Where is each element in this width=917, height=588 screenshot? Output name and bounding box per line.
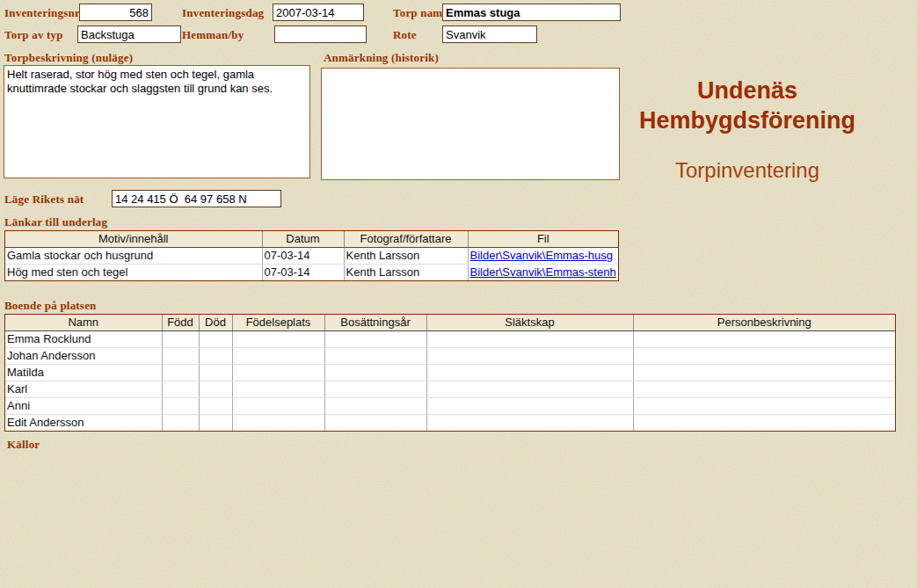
personbeskrivning-cell[interactable] bbox=[633, 381, 895, 398]
hemman-by-label: Hemman/by bbox=[182, 28, 244, 42]
residents-header-row: Namn Född Död Födelseplats Bosättningsår… bbox=[5, 315, 895, 331]
torpbeskrivning-label: Torpbeskrivning (nuläge) bbox=[4, 51, 133, 65]
fodd-cell[interactable] bbox=[162, 398, 199, 415]
inventeringsnr-label: Inventeringsnr bbox=[4, 6, 80, 20]
fotograf-cell[interactable]: Kenth Larsson bbox=[344, 248, 468, 265]
col-slaktskap: Släktskap bbox=[426, 315, 633, 331]
anmarkning-label: Anmärkning (historik) bbox=[324, 51, 439, 65]
fil-cell: Bilder\Svanvik\Emmas-stenh bbox=[468, 265, 618, 281]
slaktskap-cell[interactable] bbox=[426, 365, 633, 381]
fodd-cell[interactable] bbox=[162, 365, 199, 381]
links-col-fotograf: Fotograf/författare bbox=[344, 231, 468, 248]
fodelseplats-cell[interactable] bbox=[232, 398, 324, 415]
fodelseplats-cell[interactable] bbox=[232, 348, 324, 365]
links-col-motiv: Motiv/innehåll bbox=[5, 231, 262, 248]
links-col-datum: Datum bbox=[262, 231, 344, 248]
datum-cell[interactable]: 07-03-14 bbox=[262, 265, 344, 281]
personbeskrivning-cell[interactable] bbox=[633, 331, 895, 348]
namn-cell[interactable]: Johan Andersson bbox=[5, 348, 162, 365]
col-dod: Död bbox=[199, 315, 232, 331]
fodelseplats-cell[interactable] bbox=[232, 331, 324, 348]
fodelseplats-cell[interactable] bbox=[232, 415, 324, 432]
boende-heading: Boende på platsen bbox=[4, 299, 97, 313]
col-fodd: Född bbox=[162, 315, 199, 331]
dod-cell[interactable] bbox=[199, 381, 232, 398]
residents-table: Namn Född Död Födelseplats Bosättningsår… bbox=[4, 314, 896, 432]
motiv-cell[interactable]: Gamla stockar och husgrund bbox=[5, 248, 262, 265]
lage-rikets-nat-input[interactable] bbox=[112, 190, 281, 207]
lankar-heading: Länkar till underlag bbox=[4, 215, 107, 229]
torpinventering-form-window: Inventeringsnr Inventeringsdag Torp namn… bbox=[0, 0, 917, 588]
bosattningsar-cell[interactable] bbox=[324, 381, 426, 398]
slaktskap-cell[interactable] bbox=[426, 381, 633, 398]
inventeringsdag-label: Inventeringsdag bbox=[182, 6, 264, 20]
resident-row: Edit Andersson bbox=[5, 415, 895, 432]
personbeskrivning-cell[interactable] bbox=[633, 415, 895, 432]
slaktskap-cell[interactable] bbox=[426, 348, 633, 365]
inventeringsdag-input[interactable] bbox=[273, 4, 364, 21]
dod-cell[interactable] bbox=[199, 348, 232, 365]
torp-namn-input[interactable] bbox=[442, 4, 621, 21]
slaktskap-cell[interactable] bbox=[426, 331, 633, 348]
bosattningsar-cell[interactable] bbox=[324, 365, 426, 381]
namn-cell[interactable]: Edit Andersson bbox=[5, 415, 162, 432]
file-link[interactable]: Bilder\Svanvik\Emmas-husg bbox=[470, 249, 614, 262]
datum-cell[interactable]: 07-03-14 bbox=[262, 248, 344, 265]
bosattningsar-cell[interactable] bbox=[324, 331, 426, 348]
inventeringsnr-input[interactable] bbox=[79, 4, 152, 21]
fodd-cell[interactable] bbox=[162, 415, 199, 432]
kallor-heading: Källor bbox=[7, 438, 40, 452]
torpbeskrivning-textarea[interactable]: Helt raserad, stor hög med sten och tege… bbox=[4, 65, 310, 178]
resident-row: Anni bbox=[5, 398, 895, 415]
namn-cell[interactable]: Matilda bbox=[5, 365, 162, 381]
links-header-row: Motiv/innehåll Datum Fotograf/författare… bbox=[5, 231, 618, 248]
personbeskrivning-cell[interactable] bbox=[633, 365, 895, 381]
dod-cell[interactable] bbox=[199, 415, 232, 432]
fodelseplats-cell[interactable] bbox=[232, 381, 324, 398]
resident-row: Karl bbox=[5, 381, 895, 398]
links-col-fil: Fil bbox=[468, 231, 618, 248]
anmarkning-textarea[interactable] bbox=[321, 68, 620, 180]
dod-cell[interactable] bbox=[199, 365, 232, 381]
bosattningsar-cell[interactable] bbox=[324, 415, 426, 432]
col-personbeskrivning: Personbeskrivning bbox=[633, 315, 895, 331]
dod-cell[interactable] bbox=[199, 398, 232, 415]
dod-cell[interactable] bbox=[199, 331, 232, 348]
namn-cell[interactable]: Anni bbox=[5, 398, 162, 415]
namn-cell[interactable]: Emma Rocklund bbox=[5, 331, 162, 348]
col-fodelseplats: Födelseplats bbox=[232, 315, 324, 331]
bosattningsar-cell[interactable] bbox=[324, 398, 426, 415]
namn-cell[interactable]: Karl bbox=[5, 381, 162, 398]
personbeskrivning-cell[interactable] bbox=[633, 348, 895, 365]
hemman-by-input[interactable] bbox=[274, 25, 367, 43]
fodd-cell[interactable] bbox=[162, 348, 199, 365]
torp-av-typ-label: Torp av typ bbox=[4, 28, 63, 42]
col-bosattningsar: Bosättningsår bbox=[324, 315, 426, 331]
rote-label: Rote bbox=[393, 28, 417, 42]
bosattningsar-cell[interactable] bbox=[324, 348, 426, 365]
fotograf-cell[interactable]: Kenth Larsson bbox=[344, 265, 468, 281]
fodelseplats-cell[interactable] bbox=[232, 365, 324, 381]
organization-title: Undenäs Hembygdsförening bbox=[611, 76, 884, 135]
motiv-cell[interactable]: Hög med sten och tegel bbox=[5, 265, 262, 281]
slaktskap-cell[interactable] bbox=[426, 398, 633, 415]
col-namn: Namn bbox=[5, 315, 162, 331]
fil-cell: Bilder\Svanvik\Emmas-husg bbox=[468, 248, 618, 265]
personbeskrivning-cell[interactable] bbox=[633, 398, 895, 415]
fodd-cell[interactable] bbox=[162, 381, 199, 398]
links-table: Motiv/innehåll Datum Fotograf/författare… bbox=[4, 230, 619, 281]
resident-row: Matilda bbox=[5, 365, 895, 381]
lage-rikets-nat-label: Läge Rikets nät bbox=[4, 192, 84, 207]
rote-input[interactable] bbox=[442, 25, 537, 43]
links-row: Gamla stockar och husgrund 07-03-14 Kent… bbox=[5, 248, 618, 265]
app-subtitle: Torpinventering bbox=[611, 158, 884, 183]
resident-row: Emma Rocklund bbox=[5, 331, 895, 348]
slaktskap-cell[interactable] bbox=[426, 415, 633, 432]
file-link[interactable]: Bilder\Svanvik\Emmas-stenh bbox=[470, 265, 616, 279]
torp-av-typ-input[interactable] bbox=[77, 25, 181, 43]
links-row: Hög med sten och tegel 07-03-14 Kenth La… bbox=[5, 265, 618, 281]
torp-namn-label: Torp namn bbox=[393, 6, 449, 20]
resident-row: Johan Andersson bbox=[5, 348, 895, 365]
fodd-cell[interactable] bbox=[162, 331, 199, 348]
